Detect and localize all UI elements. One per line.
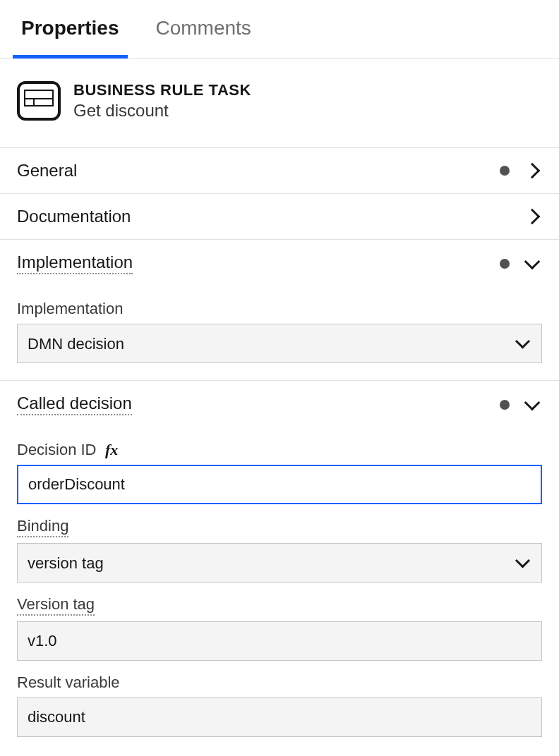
decision-id-input[interactable] <box>17 465 542 504</box>
section-general-header[interactable]: General <box>0 148 559 193</box>
status-dot-icon <box>500 400 510 410</box>
section-title: Called decision <box>17 394 132 415</box>
section-documentation: Documentation <box>0 194 559 240</box>
version-tag-label: Version tag <box>17 595 95 616</box>
chevron-down-icon <box>524 253 541 269</box>
section-called-decision-header[interactable]: Called decision <box>0 381 559 428</box>
result-variable-label: Result variable <box>17 673 120 692</box>
binding-label: Binding <box>17 517 68 537</box>
result-variable-input[interactable] <box>17 697 542 737</box>
chevron-right-icon <box>524 209 541 225</box>
status-dot-icon <box>500 166 510 176</box>
section-documentation-header[interactable]: Documentation <box>0 194 559 239</box>
decision-id-label: Decision ID <box>17 441 96 459</box>
fx-icon[interactable]: fx <box>105 441 118 458</box>
chevron-right-icon <box>524 163 541 179</box>
chevron-down-icon <box>524 394 541 410</box>
implementation-select[interactable]: DMN decision <box>17 324 542 363</box>
section-implementation-header[interactable]: Implementation <box>0 240 559 287</box>
status-dot-icon <box>500 259 510 269</box>
binding-select[interactable]: version tag <box>17 543 542 583</box>
section-general: General <box>0 148 559 194</box>
section-title: Implementation <box>17 252 133 274</box>
section-implementation: Implementation Implementation DMN decisi… <box>0 240 559 381</box>
task-header: BUSINESS RULE TASK Get discount <box>0 59 559 128</box>
section-title: Documentation <box>17 207 527 226</box>
task-type: BUSINESS RULE TASK <box>73 81 251 99</box>
implementation-field-label: Implementation <box>17 300 123 318</box>
tab-comments[interactable]: Comments <box>152 0 256 58</box>
tab-bar: Properties Comments <box>0 0 559 59</box>
version-tag-input[interactable] <box>17 621 542 661</box>
tab-properties[interactable]: Properties <box>17 0 124 58</box>
section-called-decision: Called decision Decision ID fx Binding v… <box>0 381 559 754</box>
task-name: Get discount <box>73 101 251 121</box>
section-title: General <box>17 161 500 181</box>
business-rule-task-icon <box>17 81 61 121</box>
